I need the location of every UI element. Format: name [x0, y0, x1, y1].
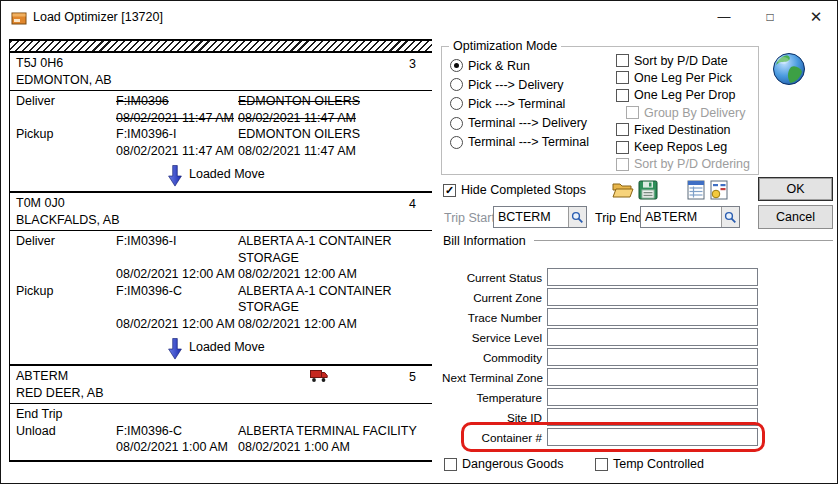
radio-button-icon — [450, 59, 463, 72]
stop-details: End Trip Unload F:IM0396-C ALBERTA TERMI… — [10, 403, 432, 460]
ok-button[interactable]: OK — [758, 177, 833, 201]
stop-ref-date: 08/02/2021 12:00 AM — [116, 316, 238, 333]
stop-group-reddeer[interactable]: ABTERM RED DEER, AB 5 End Trip Unload — [10, 364, 432, 460]
input-service-level[interactable] — [547, 328, 758, 346]
checkbox-label: One Leg Per Pick — [634, 71, 732, 85]
open-folder-icon-button[interactable] — [611, 178, 634, 201]
optimization-mode-legend: Optimization Mode — [449, 39, 561, 53]
stop-ref-date: 08/02/2021 1:00 AM — [116, 439, 238, 456]
stop-group-edmonton[interactable]: T5J 0H6 EDMONTON, AB 3 Deliver F:IM0396 … — [10, 53, 432, 191]
label-current-zone: Current Zone — [442, 291, 542, 304]
hide-completed-stops-checkbox[interactable]: ✓ Hide Completed Stops — [443, 183, 586, 197]
trip-end-field[interactable]: ABTERM — [640, 206, 740, 228]
stop-detail-row[interactable]: End Trip Unload F:IM0396-C ALBERTA TERMI… — [16, 406, 426, 456]
input-site-id[interactable] — [547, 408, 758, 426]
radio-button-icon — [450, 117, 463, 130]
label-site-id: Site ID — [442, 411, 542, 424]
label-commodity: Commodity — [442, 351, 542, 364]
trip-start-value: BCTERM — [494, 207, 568, 227]
close-button[interactable]: ✕ — [793, 1, 838, 32]
spreadsheet-icon-button[interactable] — [684, 178, 707, 201]
checkbox-label: Group By Delivery — [644, 106, 745, 120]
loaded-move-label: Loaded Move — [189, 339, 265, 356]
label-temperature: Temperature — [442, 391, 542, 404]
input-container-number[interactable] — [547, 428, 758, 446]
maximize-button[interactable]: □ — [747, 1, 793, 32]
trip-start-field[interactable]: BCTERM — [493, 206, 587, 228]
optimization-mode-groupbox: Optimization Mode Pick & Run Pick ---> D… — [441, 46, 759, 175]
checkbox-icon — [616, 71, 629, 84]
chart-icon-button[interactable] — [707, 178, 730, 201]
input-current-status[interactable] — [547, 268, 758, 286]
checkbox-one-leg-per-drop[interactable]: One Leg Per Drop — [616, 87, 750, 104]
stop-sequence-number: 5 — [409, 369, 416, 386]
radio-label: Terminal ---> Terminal — [468, 135, 589, 149]
stop-location: T0M 0J0 — [16, 195, 426, 212]
radio-pick-run[interactable]: Pick & Run — [450, 56, 589, 75]
stop-action: Pickup — [16, 126, 116, 143]
stop-detail-row[interactable]: Deliver F:IM0396 EDMONTON OILERS 08/02/2… — [16, 93, 426, 126]
checkbox-icon — [595, 458, 608, 471]
radio-pick-terminal[interactable]: Pick ---> Terminal — [450, 94, 589, 113]
stop-ref: F:IM0396-C — [116, 283, 238, 316]
temp-controlled-checkbox[interactable]: Temp Controlled — [595, 457, 704, 471]
stop-detail-row[interactable]: Pickup F:IM0396-C ALBERTA A-1 CONTAINER … — [16, 283, 426, 333]
globe-icon — [771, 51, 807, 87]
trip-start-lookup-button[interactable] — [568, 207, 586, 227]
down-arrow-icon — [168, 338, 182, 365]
minimize-button[interactable]: — — [701, 1, 747, 32]
input-temperature[interactable] — [547, 388, 758, 406]
checkbox-sort-by-pd-date[interactable]: Sort by P/D Date — [616, 52, 750, 69]
save-floppy-icon-button[interactable] — [636, 178, 659, 201]
checkbox-icon — [616, 141, 629, 154]
checkbox-label: Temp Controlled — [613, 457, 704, 471]
checkbox-icon — [616, 158, 629, 171]
checkbox-keep-repos-leg[interactable]: Keep Repos Leg — [616, 138, 750, 155]
loaded-move-label: Loaded Move — [189, 166, 265, 183]
stop-sequence-number: 3 — [409, 56, 416, 73]
checkbox-label: Dangerous Goods — [462, 457, 563, 471]
stop-location: T5J 0H6 — [16, 55, 426, 72]
radio-terminal-terminal[interactable]: Terminal ---> Terminal — [450, 133, 589, 152]
checkbox-icon — [626, 106, 639, 119]
window-title: Load Optimizer [13720] — [33, 10, 163, 24]
checkbox-one-leg-per-pick[interactable]: One Leg Per Pick — [616, 69, 750, 86]
cancel-button[interactable]: Cancel — [758, 205, 833, 229]
stop-ref: F:IM0396-I — [116, 233, 238, 266]
input-next-terminal-zone[interactable] — [547, 368, 758, 386]
stop-group-blackfalds[interactable]: T0M 0J0 BLACKFALDS, AB 4 Deliver F:IM039… — [10, 191, 432, 364]
checkbox-label: Hide Completed Stops — [461, 183, 586, 197]
stop-ref: F:IM0396-I — [116, 126, 238, 143]
checkbox-fixed-destination[interactable]: Fixed Destination — [616, 121, 750, 138]
stop-client-date: 08/02/2021 12:00 AM — [238, 266, 426, 283]
stop-client: ALBERTA A-1 CONTAINER STORAGE — [238, 233, 426, 266]
stop-detail-row[interactable]: Deliver F:IM0396-I ALBERTA A-1 CONTAINER… — [16, 233, 426, 283]
radio-terminal-delivery[interactable]: Terminal ---> Delivery — [450, 114, 589, 133]
stop-sequence-number: 4 — [409, 196, 416, 213]
checkbox-label: One Leg Per Drop — [634, 88, 735, 102]
stop-details: Deliver F:IM0396-I ALBERTA A-1 CONTAINER… — [10, 230, 432, 336]
radio-pick-delivery[interactable]: Pick ---> Delivery — [450, 75, 589, 94]
stop-header: T5J 0H6 EDMONTON, AB 3 — [10, 53, 432, 90]
stop-ref: F:IM0396-C — [116, 423, 238, 440]
stop-client: EDMONTON OILERS — [238, 93, 426, 110]
stop-client: EDMONTON OILERS — [238, 126, 426, 143]
stop-client-date: 08/02/2021 12:00 AM — [238, 316, 426, 333]
stop-detail-row[interactable]: Pickup F:IM0396-I EDMONTON OILERS 08/02/… — [16, 126, 426, 159]
input-trace-number[interactable] — [547, 308, 758, 326]
input-commodity[interactable] — [547, 348, 758, 366]
checkbox-label: Keep Repos Leg — [634, 140, 727, 154]
input-current-zone[interactable] — [547, 288, 758, 306]
checkbox-label: Fixed Destination — [634, 123, 731, 137]
loaded-move-section: Loaded Move — [10, 163, 432, 191]
radio-button-icon — [450, 78, 463, 91]
stop-client-date: 08/02/2021 11:47 AM — [238, 143, 426, 160]
stop-client: ALBERTA A-1 CONTAINER STORAGE — [238, 283, 426, 316]
trip-end-lookup-button[interactable] — [721, 207, 739, 227]
radio-label: Pick & Run — [468, 59, 530, 73]
checkbox-icon — [444, 458, 457, 471]
dangerous-goods-checkbox[interactable]: Dangerous Goods — [444, 457, 563, 471]
radio-label: Pick ---> Terminal — [468, 97, 565, 111]
stop-action: Pickup — [16, 283, 116, 316]
stop-city: EDMONTON, AB — [16, 72, 426, 89]
